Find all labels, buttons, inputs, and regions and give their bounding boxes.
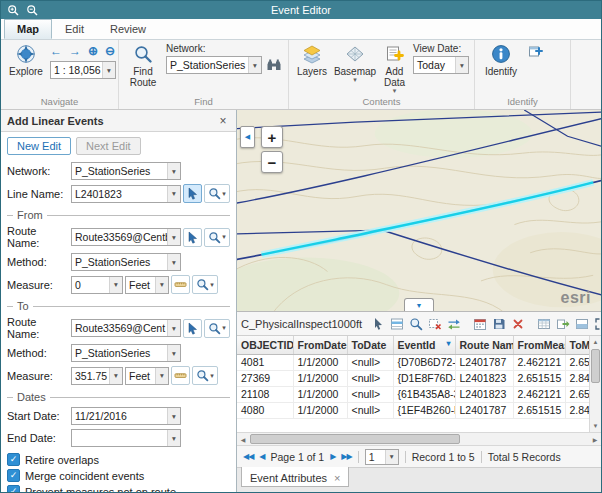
- close-icon[interactable]: ×: [334, 472, 340, 484]
- sort-caret-icon[interactable]: ▾: [446, 339, 450, 348]
- network-select[interactable]: P_StationSeries ▾: [166, 56, 262, 74]
- page-number-select[interactable]: 1 ▾: [365, 449, 399, 465]
- switch-selection-icon[interactable]: [446, 315, 462, 333]
- table-row[interactable]: 40811/1/2000<null>{D70B6D72-3L24017872.4…: [237, 354, 601, 370]
- select-line-on-map-button[interactable]: [183, 184, 202, 203]
- column-header-todate[interactable]: ToDate: [347, 336, 393, 354]
- dock-icon[interactable]: [574, 315, 590, 333]
- previous-page-icon[interactable]: ◀: [259, 452, 264, 461]
- column-header-objectid[interactable]: OBJECTID: [237, 336, 293, 354]
- last-page-icon[interactable]: ▶▶: [341, 452, 351, 461]
- column-header-fromdate[interactable]: FromDate: [293, 336, 347, 354]
- select-from-route-on-map-button[interactable]: [183, 228, 202, 247]
- total-records-text: Total 5 Records: [488, 451, 561, 463]
- zoom-in-magnifier-icon[interactable]: [6, 3, 20, 17]
- to-measure-unit-select[interactable]: Feet ▾: [125, 367, 169, 385]
- caret-down-icon: ▾: [222, 233, 226, 241]
- zoom-to-selection-icon[interactable]: [408, 315, 424, 333]
- find-route-button[interactable]: Find Route: [124, 42, 162, 90]
- delete-icon[interactable]: [510, 315, 526, 333]
- to-method-select[interactable]: P_StationSeries ▾: [71, 344, 181, 362]
- tab-event-attributes[interactable]: Event Attributes ×: [241, 467, 349, 487]
- save-icon[interactable]: [491, 315, 507, 333]
- zoom-in-icon[interactable]: ⊕: [88, 45, 98, 57]
- grid-icon[interactable]: [536, 315, 552, 333]
- from-measure-unit-select[interactable]: Feet ▾: [125, 276, 169, 294]
- explore-button[interactable]: Explore: [6, 42, 46, 79]
- app-title: Event Editor: [1, 4, 601, 16]
- show-selected-icon[interactable]: [389, 315, 405, 333]
- column-header-eventid[interactable]: EventId▾: [393, 336, 455, 354]
- basemap-button[interactable]: Basemap ▾: [334, 42, 376, 85]
- from-method-select[interactable]: P_StationSeries ▾: [71, 253, 181, 271]
- zoom-to-from-route-button[interactable]: ▾: [204, 228, 230, 247]
- scroll-left-icon[interactable]: ◀: [237, 433, 249, 445]
- dates-section-legend: Dates: [7, 391, 230, 403]
- collapse-panel-button[interactable]: ◀: [240, 126, 255, 148]
- tab-map[interactable]: Map: [4, 19, 52, 39]
- zoom-out-icon[interactable]: ⊖: [105, 45, 115, 57]
- from-measure-on-map-button[interactable]: [171, 275, 190, 294]
- to-route-name-select[interactable]: Route33569@Cent ▾: [71, 319, 181, 337]
- identify-window-icon[interactable]: [526, 42, 544, 60]
- table-pagination: ◀◀ ◀ Page 1 of 1 ▶ ▶▶ 1 ▾ Record 1 to 5 …: [237, 446, 601, 468]
- network-label: Network:: [166, 43, 283, 54]
- new-edit-button[interactable]: New Edit: [7, 137, 71, 155]
- caret-down-icon: ▾: [109, 277, 122, 293]
- scroll-up-icon[interactable]: ▲: [590, 336, 601, 348]
- first-page-icon[interactable]: ◀◀: [243, 452, 253, 461]
- horizontal-scrollbar-thumb[interactable]: [250, 434, 460, 444]
- network-field-select[interactable]: P_StationSeries ▾: [71, 162, 181, 180]
- map-canvas[interactable]: ◀ + − ▼ esri: [237, 110, 601, 312]
- panel-title: Add Linear Events: [7, 115, 216, 127]
- from-measure-input[interactable]: 0 ▾: [71, 276, 123, 294]
- table-collapse-button[interactable]: ▼: [404, 298, 434, 311]
- collapse-left-icon: ◀: [245, 133, 250, 141]
- view-date-select[interactable]: Today ▾: [413, 56, 469, 74]
- zoom-to-line-button[interactable]: ▾: [204, 184, 230, 203]
- binoculars-icon[interactable]: [265, 56, 283, 74]
- zoom-to-to-measure-button[interactable]: ▾: [192, 366, 218, 385]
- zoom-to-from-measure-button[interactable]: ▾: [192, 275, 218, 294]
- to-measure-input[interactable]: 351.75 ▾: [71, 367, 123, 385]
- map-scale-input[interactable]: 1 : 18,056 ▾: [50, 61, 116, 79]
- identify-button[interactable]: Identify: [480, 42, 522, 79]
- scroll-right-icon[interactable]: ▶: [589, 433, 601, 445]
- end-date-input[interactable]: ▾: [71, 429, 181, 447]
- zoom-to-to-route-button[interactable]: ▾: [204, 319, 230, 338]
- from-route-name-select[interactable]: Route33569@Centb ▾: [71, 228, 181, 246]
- table-vertical-scrollbar[interactable]: ▲ ▼: [589, 336, 601, 432]
- export-icon[interactable]: [555, 315, 571, 333]
- view-date-icon[interactable]: [472, 315, 488, 333]
- checkbox-retire-overlaps[interactable]: ✓ Retire overlaps: [7, 453, 230, 466]
- close-icon[interactable]: ×: [216, 114, 230, 128]
- table-row[interactable]: 273691/1/2000<null>{D1E8F76D-FL24018232.…: [237, 370, 601, 386]
- map-zoom-out-button[interactable]: −: [261, 151, 283, 173]
- map-zoom-in-button[interactable]: +: [261, 126, 283, 148]
- to-method-label: Method:: [7, 347, 71, 359]
- select-to-route-on-map-button[interactable]: [183, 319, 202, 338]
- line-name-select[interactable]: L2401823 ▾: [71, 185, 181, 203]
- column-header-frommeasure[interactable]: FromMeasure: [513, 336, 565, 354]
- to-measure-on-map-button[interactable]: [171, 366, 190, 385]
- add-data-button[interactable]: Add Data ▾: [380, 42, 409, 96]
- next-page-icon[interactable]: ▶: [330, 452, 335, 461]
- expand-icon[interactable]: [593, 315, 602, 333]
- tab-review[interactable]: Review: [97, 19, 159, 39]
- start-date-input[interactable]: 11/21/2016 ▾: [71, 407, 181, 425]
- tab-edit[interactable]: Edit: [52, 19, 97, 39]
- clear-selection-icon[interactable]: [427, 315, 443, 333]
- vertical-scrollbar-thumb[interactable]: [591, 349, 600, 383]
- scroll-down-icon[interactable]: ▼: [590, 420, 601, 432]
- layers-button[interactable]: Layers: [294, 42, 330, 79]
- next-extent-icon[interactable]: →: [69, 45, 81, 57]
- previous-extent-icon[interactable]: ←: [50, 45, 62, 57]
- table-row[interactable]: 211081/1/2000<null>{61B435A8-3L24018232.…: [237, 386, 601, 402]
- checkbox-merge-coincident-events[interactable]: ✓ Merge coincident events: [7, 469, 230, 482]
- table-horizontal-scrollbar[interactable]: ◀ ▶: [237, 433, 601, 446]
- selection-options-icon[interactable]: [370, 315, 386, 333]
- checkbox-prevent-measures-not-on-route[interactable]: ✓ Prevent measures not on route: [7, 485, 230, 492]
- zoom-out-magnifier-icon[interactable]: [25, 3, 39, 17]
- column-header-route-name[interactable]: Route Name: [455, 336, 513, 354]
- table-row[interactable]: 40801/1/2000<null>{1EF4B260-FL24017872.6…: [237, 402, 601, 418]
